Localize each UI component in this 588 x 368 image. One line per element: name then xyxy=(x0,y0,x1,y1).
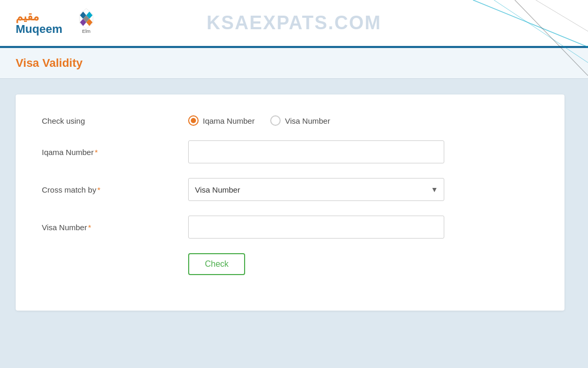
iqama-number-row: Iqama Number* xyxy=(42,140,538,163)
muqeem-logo: مقيم Muqeem xyxy=(16,10,62,35)
main-content: Check using Iqama Number Visa Number Iqa… xyxy=(0,79,588,326)
check-button[interactable]: Check xyxy=(188,253,245,275)
cross-match-select[interactable]: Visa Number Passport Number Border Numbe… xyxy=(188,178,444,201)
muqeem-arabic-text: مقيم xyxy=(16,10,62,23)
check-using-label: Check using xyxy=(42,116,188,125)
check-using-row: Check using Iqama Number Visa Number xyxy=(42,115,538,126)
check-button-area: Check xyxy=(188,253,538,275)
radio-iqama-option[interactable]: Iqama Number xyxy=(188,115,255,126)
page-title: Visa Validity xyxy=(16,56,83,69)
cross-match-row: Cross match by* Visa Number Passport Num… xyxy=(42,178,538,201)
visa-number-label: Visa Number* xyxy=(42,223,188,232)
visa-input-area xyxy=(188,216,538,239)
header: مقيم Muqeem Elm KSAEXPATS.COM xyxy=(0,0,588,48)
elm-logo: Elm xyxy=(71,6,102,40)
iqama-number-label: Iqama Number* xyxy=(42,148,188,157)
form-card: Check using Iqama Number Visa Number Iqa… xyxy=(16,94,564,311)
cross-match-select-area: Visa Number Passport Number Border Numbe… xyxy=(188,178,538,201)
cross-match-required-star: * xyxy=(97,185,100,194)
svg-line-10 xyxy=(536,0,588,31)
iqama-required-star: * xyxy=(95,148,98,157)
check-using-options: Iqama Number Visa Number xyxy=(188,115,538,126)
svg-text:Elm: Elm xyxy=(82,28,90,34)
svg-line-7 xyxy=(473,0,588,47)
cross-match-select-wrapper: Visa Number Passport Number Border Numbe… xyxy=(188,178,444,201)
check-button-row: Check xyxy=(42,253,538,275)
visa-number-input[interactable] xyxy=(188,216,444,239)
visa-number-row: Visa Number* xyxy=(42,216,538,239)
radio-visa-circle[interactable] xyxy=(270,115,281,126)
iqama-number-input[interactable] xyxy=(188,140,444,163)
radio-visa-option[interactable]: Visa Number xyxy=(270,115,330,126)
radio-visa-label: Visa Number xyxy=(285,116,330,125)
page-title-bar: Visa Validity xyxy=(0,48,588,79)
radio-iqama-circle[interactable] xyxy=(188,115,199,126)
cross-match-label: Cross match by* xyxy=(42,185,188,194)
visa-required-star: * xyxy=(88,223,91,232)
iqama-input-area xyxy=(188,140,538,163)
radio-iqama-label: Iqama Number xyxy=(203,116,255,125)
watermark-text: KSAEXPATS.COM xyxy=(206,12,382,34)
muqeem-english-text: Muqeem xyxy=(16,23,62,35)
